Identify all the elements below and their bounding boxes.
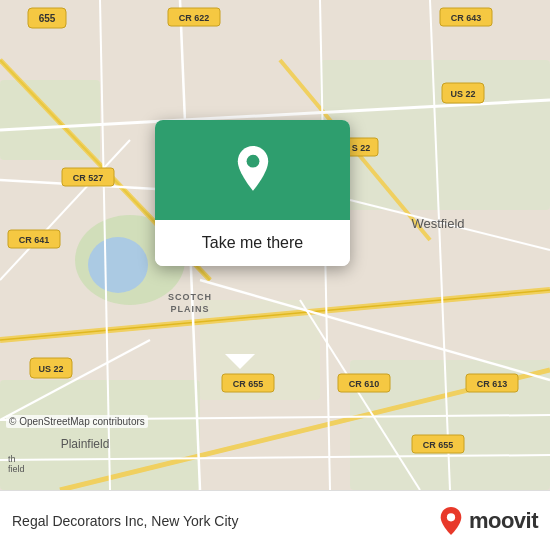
svg-text:655: 655 <box>39 13 56 24</box>
bottom-bar: Regal Decorators Inc, New York City moov… <box>0 490 550 550</box>
business-name: Regal Decorators Inc, New York City <box>12 513 238 529</box>
svg-text:CR 610: CR 610 <box>349 379 380 389</box>
popup-triangle <box>225 354 255 369</box>
osm-attribution: © OpenStreetMap contributors <box>6 415 148 428</box>
svg-text:CR 527: CR 527 <box>73 173 104 183</box>
take-me-there-button[interactable]: Take me there <box>155 220 350 266</box>
svg-rect-5 <box>0 380 200 490</box>
svg-point-2 <box>88 237 148 293</box>
location-pin-icon <box>229 146 277 194</box>
moovit-logo: moovit <box>437 507 538 535</box>
svg-text:CR 655: CR 655 <box>423 440 454 450</box>
svg-text:PLAINS: PLAINS <box>170 304 209 314</box>
svg-text:S 22: S 22 <box>352 143 371 153</box>
svg-text:SCOTCH: SCOTCH <box>168 292 212 302</box>
svg-text:CR 622: CR 622 <box>179 13 210 23</box>
svg-text:CR 613: CR 613 <box>477 379 508 389</box>
svg-point-58 <box>447 513 455 521</box>
svg-text:th: th <box>8 454 16 464</box>
svg-text:US 22: US 22 <box>38 364 63 374</box>
popup-card: Take me there <box>155 120 350 266</box>
svg-point-57 <box>246 155 259 168</box>
svg-text:Westfield: Westfield <box>411 216 464 231</box>
moovit-pin-icon <box>437 507 465 535</box>
map-container: 655 CR 622 CR 643 US 22 S 22 CR 527 CR 6… <box>0 0 550 490</box>
svg-text:US 22: US 22 <box>450 89 475 99</box>
svg-text:field: field <box>8 464 25 474</box>
svg-text:CR 643: CR 643 <box>451 13 482 23</box>
svg-text:CR 641: CR 641 <box>19 235 50 245</box>
svg-text:Plainfield: Plainfield <box>61 437 110 451</box>
moovit-text: moovit <box>469 508 538 534</box>
svg-text:CR 655: CR 655 <box>233 379 264 389</box>
popup-green-header <box>155 120 350 220</box>
